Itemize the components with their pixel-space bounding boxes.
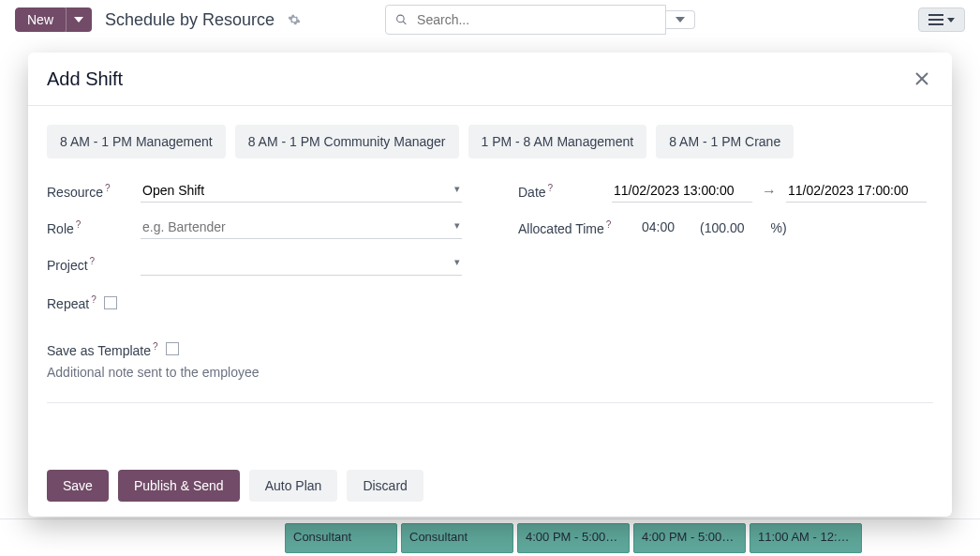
help-icon[interactable]: ? bbox=[606, 219, 612, 230]
publish-send-button[interactable]: Publish & Send bbox=[118, 470, 240, 502]
save-as-template-checkbox[interactable] bbox=[166, 342, 179, 355]
allocated-percent-open: (100.00 bbox=[700, 220, 744, 235]
shift-template-pill[interactable]: 8 AM - 1 PM Crane bbox=[656, 125, 794, 158]
help-icon[interactable]: ? bbox=[76, 219, 82, 230]
auto-plan-button[interactable]: Auto Plan bbox=[249, 470, 338, 502]
resource-label: Resource? bbox=[47, 183, 131, 200]
project-label: Project? bbox=[47, 256, 131, 273]
arrow-right-icon: → bbox=[762, 183, 777, 200]
repeat-label: Repeat? bbox=[47, 294, 97, 311]
add-shift-modal: Add Shift 8 AM - 1 PM Management 8 AM - … bbox=[28, 53, 952, 517]
allocated-time-label: Allocated Time? bbox=[518, 219, 631, 236]
divider bbox=[47, 402, 933, 403]
project-select[interactable] bbox=[141, 252, 462, 276]
close-button[interactable] bbox=[911, 68, 933, 90]
date-label: Date? bbox=[518, 183, 602, 200]
note-placeholder-text[interactable]: Additional note sent to the employee bbox=[47, 365, 933, 380]
modal-header: Add Shift bbox=[28, 53, 952, 106]
close-icon bbox=[914, 71, 929, 86]
save-button[interactable]: Save bbox=[47, 470, 109, 502]
save-as-template-label: Save as Template? bbox=[47, 341, 158, 358]
discard-button[interactable]: Discard bbox=[347, 470, 423, 502]
help-icon[interactable]: ? bbox=[548, 183, 554, 193]
help-icon[interactable]: ? bbox=[153, 341, 158, 352]
shift-template-pill[interactable]: 8 AM - 1 PM Management bbox=[47, 125, 226, 158]
date-start-input[interactable] bbox=[612, 179, 752, 203]
role-select[interactable] bbox=[141, 216, 462, 239]
resource-select[interactable] bbox=[141, 179, 462, 203]
modal-title: Add Shift bbox=[47, 68, 123, 90]
repeat-checkbox[interactable] bbox=[104, 296, 117, 309]
modal-overlay: Add Shift 8 AM - 1 PM Management 8 AM - … bbox=[0, 0, 980, 556]
modal-footer: Save Publish & Send Auto Plan Discard bbox=[28, 455, 952, 517]
help-icon[interactable]: ? bbox=[91, 294, 97, 305]
template-pill-row: 8 AM - 1 PM Management 8 AM - 1 PM Commu… bbox=[47, 125, 933, 158]
allocated-hours-input[interactable] bbox=[640, 216, 687, 239]
date-end-input[interactable] bbox=[786, 179, 927, 203]
shift-template-pill[interactable]: 8 AM - 1 PM Community Manager bbox=[235, 125, 459, 158]
help-icon[interactable]: ? bbox=[105, 183, 111, 193]
role-label: Role? bbox=[47, 219, 131, 236]
help-icon[interactable]: ? bbox=[90, 256, 96, 266]
shift-template-pill[interactable]: 1 PM - 8 AM Management bbox=[468, 125, 647, 158]
allocated-percent-close: %) bbox=[770, 220, 786, 235]
modal-body: 8 AM - 1 PM Management 8 AM - 1 PM Commu… bbox=[28, 106, 952, 455]
